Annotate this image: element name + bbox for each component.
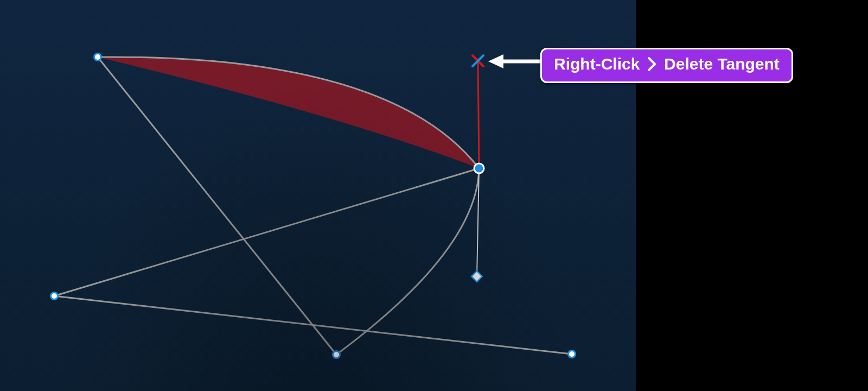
callout-text-a: Right-Click [554, 55, 640, 73]
anchor-mid-bottom[interactable] [333, 351, 340, 358]
line-lower-a[interactable] [54, 168, 479, 296]
chevron-right-icon [648, 56, 656, 75]
tangent-line-up[interactable] [478, 61, 479, 168]
line-lower-b[interactable] [54, 296, 572, 354]
callout-text-b: Delete Tangent [664, 55, 780, 73]
filled-shape [98, 57, 479, 168]
instruction-callout: Right-Click Delete Tangent [540, 48, 793, 83]
tangent-handle-down[interactable] [471, 271, 482, 282]
anchor-left-low[interactable] [51, 293, 58, 300]
anchor-selected[interactable] [474, 163, 484, 173]
curve-right[interactable] [336, 168, 479, 355]
anchor-top-left[interactable] [94, 54, 101, 61]
anchor-right-low[interactable] [569, 351, 576, 358]
svg-rect-0 [471, 271, 482, 282]
